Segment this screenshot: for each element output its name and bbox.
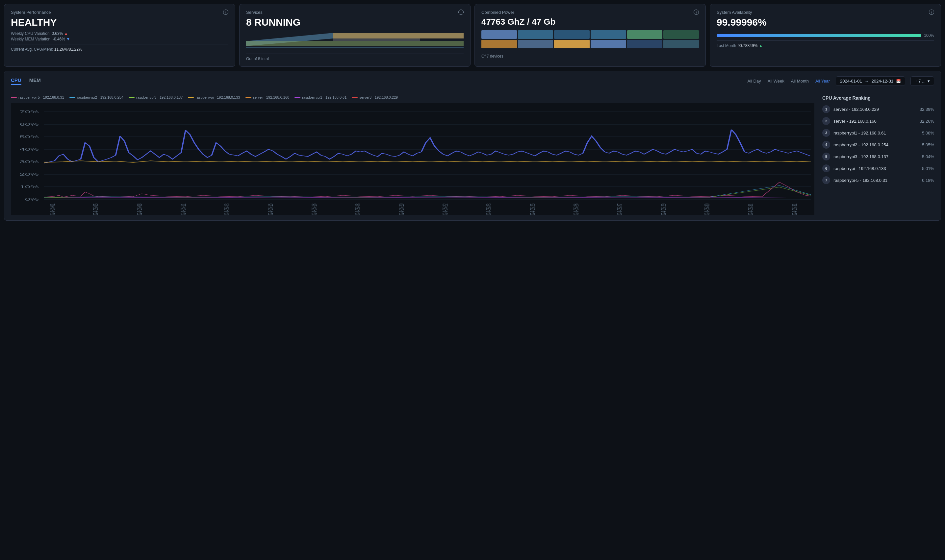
power-cell <box>590 30 626 39</box>
ranking-list: 1 server3 - 192.168.0.229 32.39% 2 serve… <box>822 105 934 184</box>
ranking-item: 7 raspberrypi-5 - 192.168.0.31 0.18% <box>822 176 934 184</box>
legend-color-2 <box>129 97 134 98</box>
date-arrow: → <box>865 78 869 83</box>
availability-bar-container: 100% <box>717 33 934 38</box>
legend-color-5 <box>294 97 301 98</box>
legend-item-5: raspberrypi1 - 192.168.0.61 <box>294 95 347 99</box>
svg-text:2024-05-26: 2024-05-26 <box>572 203 580 215</box>
legend-color-1 <box>69 97 76 98</box>
filter-dropdown-btn[interactable]: + 7 ... ▾ <box>910 76 934 86</box>
chart-area: raspberrypi-5 - 192.168.0.31 raspberrypi… <box>11 95 814 215</box>
top-cards-grid: System Performance i HEALTHY Weekly CPU … <box>4 4 941 67</box>
chart-content: raspberrypi-5 - 192.168.0.31 raspberrypi… <box>11 95 934 215</box>
legend-label-0: raspberrypi-5 - 192.168.0.31 <box>18 95 64 99</box>
power-cell <box>627 30 663 39</box>
rank-number: 2 <box>822 117 830 125</box>
svg-text:60%: 60% <box>20 122 39 126</box>
info-icon[interactable]: i <box>694 9 699 15</box>
power-cell <box>590 40 626 48</box>
ranking-panel: CPU Average Ranking 1 server3 - 192.168.… <box>822 95 934 215</box>
system-performance-card: System Performance i HEALTHY Weekly CPU … <box>4 4 235 67</box>
rank-number: 6 <box>822 165 830 172</box>
legend-label-1: raspberrypi2 - 192.168.0.254 <box>77 95 123 99</box>
filter-all-week[interactable]: All Week <box>767 77 785 85</box>
svg-text:2024-05-23: 2024-05-23 <box>485 203 493 215</box>
rank-value: 5.01% <box>922 166 934 171</box>
availability-bar-bg <box>717 34 921 37</box>
calendar-icon: 📅 <box>896 79 901 83</box>
card-title: Services <box>246 10 262 15</box>
filter-all-day[interactable]: All Day <box>747 77 762 85</box>
legend-item-1: raspberrypi2 - 192.168.0.254 <box>69 95 123 99</box>
rank-name: raspberrypi - 192.168.0.133 <box>834 166 919 171</box>
availability-last-month: Last Month 90.78849% ▲ <box>717 43 934 48</box>
card-title: System Availability <box>717 10 752 15</box>
svg-text:2024-05-08: 2024-05-08 <box>135 203 143 215</box>
filter-all-month[interactable]: All Month <box>790 77 809 85</box>
legend-item-4: server - 192.168.0.160 <box>245 95 290 99</box>
services-chart <box>246 31 464 51</box>
ranking-item: 2 server - 192.168.0.160 32.26% <box>822 117 934 125</box>
availability-bar-fill <box>717 34 921 37</box>
legend-color-6 <box>352 97 358 98</box>
weekly-mem-sub: Weekly MEM Variation -0.46% ▼ <box>11 37 228 42</box>
legend-color-0 <box>11 97 17 98</box>
ranking-item: 4 raspberrypi2 - 192.168.0.254 5.05% <box>822 141 934 149</box>
svg-text:2024-05-29: 2024-05-29 <box>660 203 667 215</box>
filter-all-year[interactable]: All Year <box>815 77 831 85</box>
svg-text:2024-05-30: 2024-05-30 <box>703 203 711 215</box>
svg-rect-1 <box>246 41 464 46</box>
date-start: 2024-01-01 <box>840 78 862 83</box>
rank-value: 32.26% <box>920 119 934 124</box>
svg-text:30%: 30% <box>20 160 39 164</box>
svg-text:0%: 0% <box>25 197 39 201</box>
tab-mem[interactable]: MEM <box>29 77 41 85</box>
svg-text:2024-05-22: 2024-05-22 <box>441 203 449 215</box>
power-bottom: Of 7 devices <box>481 54 699 58</box>
info-icon[interactable]: i <box>223 9 228 15</box>
chevron-down-icon: ▾ <box>928 78 930 83</box>
availability-value: 99.99996% <box>717 17 934 28</box>
services-bottom: Out of 8 total <box>246 57 464 61</box>
rank-name: raspberrypi-5 - 192.168.0.31 <box>834 178 919 183</box>
performance-value: HEALTHY <box>11 17 228 28</box>
power-cell <box>627 40 663 48</box>
legend-label-3: raspberrypi - 192.168.0.133 <box>196 95 240 99</box>
svg-marker-3 <box>333 38 420 41</box>
info-icon[interactable]: i <box>458 9 464 15</box>
services-card: Services i 8 RUNNING Out of 8 total <box>239 4 470 67</box>
rank-number: 1 <box>822 105 830 113</box>
rank-name: server3 - 192.168.0.229 <box>834 107 916 112</box>
weekly-cpu-sub: Weekly CPU Variation 0.63% ▲ <box>11 31 228 36</box>
svg-text:2024-05-05: 2024-05-05 <box>92 203 100 215</box>
power-cell <box>481 30 517 39</box>
main-section: CPU MEM All Day All Week All Month All Y… <box>4 71 941 221</box>
svg-text:2024-05-16: 2024-05-16 <box>310 203 318 215</box>
svg-text:40%: 40% <box>20 147 39 151</box>
rank-name: raspberrypi3 - 192.168.0.137 <box>834 154 919 159</box>
tab-cpu[interactable]: CPU <box>11 77 22 85</box>
legend-color-4 <box>245 97 251 98</box>
legend-label-5: raspberrypi1 - 192.168.0.61 <box>302 95 347 99</box>
power-value: 47763 GhZ / 47 Gb <box>481 17 699 27</box>
date-range-picker[interactable]: 2024-01-01 → 2024-12-31 📅 <box>836 76 905 86</box>
rank-value: 5.05% <box>922 142 934 147</box>
rank-value: 0.18% <box>922 178 934 183</box>
ranking-item: 6 raspberrypi - 192.168.0.133 5.01% <box>822 165 934 172</box>
legend-label-2: raspberrypi3 - 192.168.0.137 <box>136 95 183 99</box>
legend-label-6: server3 - 192.168.0.229 <box>359 95 398 99</box>
svg-text:2024-05-18: 2024-05-18 <box>354 203 362 215</box>
legend-label-4: server - 192.168.0.160 <box>253 95 290 99</box>
svg-text:2024-05-13: 2024-05-13 <box>223 203 231 215</box>
info-icon[interactable]: i <box>929 9 934 15</box>
svg-text:2024-05-31: 2024-05-31 <box>790 203 798 215</box>
card-header: Combined Power i <box>481 9 699 15</box>
card-title: Combined Power <box>481 10 514 15</box>
ranking-item: 3 raspberrypi1 - 192.168.0.61 5.08% <box>822 129 934 137</box>
rank-name: server - 192.168.0.160 <box>834 119 916 124</box>
legend-item-0: raspberrypi-5 - 192.168.0.31 <box>11 95 64 99</box>
cpu-chart-container: 70% 60% 50% 40% 30% 20% 10% 0% <box>11 103 814 215</box>
svg-text:2024-05-25: 2024-05-25 <box>529 203 536 215</box>
svg-rect-5 <box>11 103 814 215</box>
svg-rect-4 <box>246 47 464 48</box>
